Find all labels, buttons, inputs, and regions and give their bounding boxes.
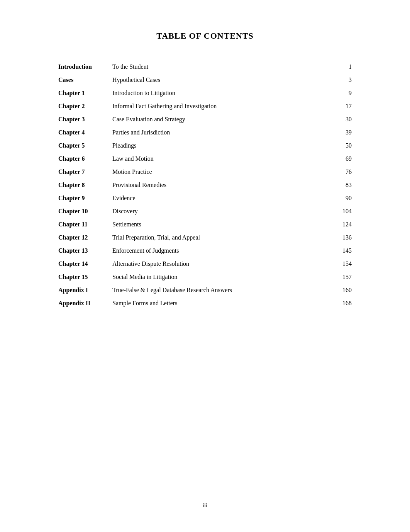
chapter-title: Parties and Jurisdiction	[112, 126, 332, 139]
table-row: Chapter 4Parties and Jurisdiction39	[58, 126, 352, 139]
table-row: CasesHypothetical Cases3	[58, 73, 352, 87]
chapter-page: 9	[332, 87, 352, 100]
chapter-title: To the Student	[112, 60, 332, 73]
table-row: Chapter 2Informal Fact Gathering and Inv…	[58, 100, 352, 113]
page-number: iii	[203, 502, 208, 508]
page: TABLE OF CONTENTS IntroductionTo the Stu…	[58, 0, 352, 532]
chapter-page: 83	[332, 178, 352, 192]
chapter-page: 1	[332, 60, 352, 73]
chapter-label: Chapter 2	[58, 100, 112, 113]
page-title: TABLE OF CONTENTS	[156, 31, 254, 41]
chapter-title: Case Evaluation and Strategy	[112, 113, 332, 126]
chapter-page: 3	[332, 73, 352, 87]
chapter-label: Chapter 10	[58, 205, 112, 218]
chapter-page: 17	[332, 100, 352, 113]
table-row: Chapter 5Pleadings50	[58, 139, 352, 152]
chapter-label: Chapter 5	[58, 139, 112, 152]
chapter-label: Appendix II	[58, 297, 112, 310]
table-row: Chapter 8Provisional Remedies83	[58, 178, 352, 192]
table-row: Chapter 1Introduction to Litigation9	[58, 87, 352, 100]
chapter-title: Sample Forms and Letters	[112, 297, 332, 310]
chapter-title: Motion Practice	[112, 165, 332, 178]
chapter-title: True-False & Legal Database Research Ans…	[112, 284, 332, 297]
chapter-page: 104	[332, 205, 352, 218]
chapter-label: Chapter 3	[58, 113, 112, 126]
chapter-page: 76	[332, 165, 352, 178]
toc-table: IntroductionTo the Student1CasesHypothet…	[58, 60, 352, 310]
chapter-label: Chapter 15	[58, 270, 112, 284]
chapter-title: Informal Fact Gathering and Investigatio…	[112, 100, 332, 113]
chapter-label: Chapter 11	[58, 218, 112, 231]
chapter-label: Chapter 12	[58, 231, 112, 244]
chapter-page: 160	[332, 284, 352, 297]
chapter-page: 157	[332, 270, 352, 284]
chapter-label: Chapter 14	[58, 257, 112, 270]
chapter-title: Hypothetical Cases	[112, 73, 332, 87]
chapter-label: Chapter 1	[58, 87, 112, 100]
chapter-page: 30	[332, 113, 352, 126]
chapter-page: 69	[332, 152, 352, 165]
chapter-title: Settlements	[112, 218, 332, 231]
chapter-label: Chapter 4	[58, 126, 112, 139]
chapter-title: Alternative Dispute Resolution	[112, 257, 332, 270]
table-row: Appendix IISample Forms and Letters168	[58, 297, 352, 310]
table-row: Chapter 11Settlements124	[58, 218, 352, 231]
table-row: Chapter 3Case Evaluation and Strategy30	[58, 113, 352, 126]
chapter-label: Chapter 8	[58, 178, 112, 192]
chapter-title: Trial Preparation, Trial, and Appeal	[112, 231, 332, 244]
chapter-title: Introduction to Litigation	[112, 87, 332, 100]
page-footer: iii	[58, 487, 352, 509]
chapter-label: Chapter 6	[58, 152, 112, 165]
table-row: Chapter 7Motion Practice76	[58, 165, 352, 178]
table-row: Chapter 14Alternative Dispute Resolution…	[58, 257, 352, 270]
chapter-page: 168	[332, 297, 352, 310]
chapter-title: Social Media in Litigation	[112, 270, 332, 284]
chapter-page: 145	[332, 244, 352, 257]
table-row: Chapter 6Law and Motion69	[58, 152, 352, 165]
chapter-page: 50	[332, 139, 352, 152]
chapter-page: 39	[332, 126, 352, 139]
chapter-page: 136	[332, 231, 352, 244]
chapter-label: Chapter 13	[58, 244, 112, 257]
chapter-title: Provisional Remedies	[112, 178, 332, 192]
chapter-page: 154	[332, 257, 352, 270]
table-row: Chapter 12Trial Preparation, Trial, and …	[58, 231, 352, 244]
table-row: Chapter 13Enforcement of Judgments145	[58, 244, 352, 257]
chapter-label: Chapter 9	[58, 192, 112, 205]
table-row: Chapter 10Discovery104	[58, 205, 352, 218]
chapter-label: Cases	[58, 73, 112, 87]
chapter-label: Introduction	[58, 60, 112, 73]
chapter-title: Law and Motion	[112, 152, 332, 165]
chapter-page: 90	[332, 192, 352, 205]
table-row: IntroductionTo the Student1	[58, 60, 352, 73]
chapter-title: Enforcement of Judgments	[112, 244, 332, 257]
table-row: Chapter 9Evidence90	[58, 192, 352, 205]
chapter-title: Pleadings	[112, 139, 332, 152]
chapter-page: 124	[332, 218, 352, 231]
chapter-title: Evidence	[112, 192, 332, 205]
chapter-label: Chapter 7	[58, 165, 112, 178]
table-row: Appendix ITrue-False & Legal Database Re…	[58, 284, 352, 297]
chapter-title: Discovery	[112, 205, 332, 218]
table-row: Chapter 15Social Media in Litigation157	[58, 270, 352, 284]
chapter-label: Appendix I	[58, 284, 112, 297]
